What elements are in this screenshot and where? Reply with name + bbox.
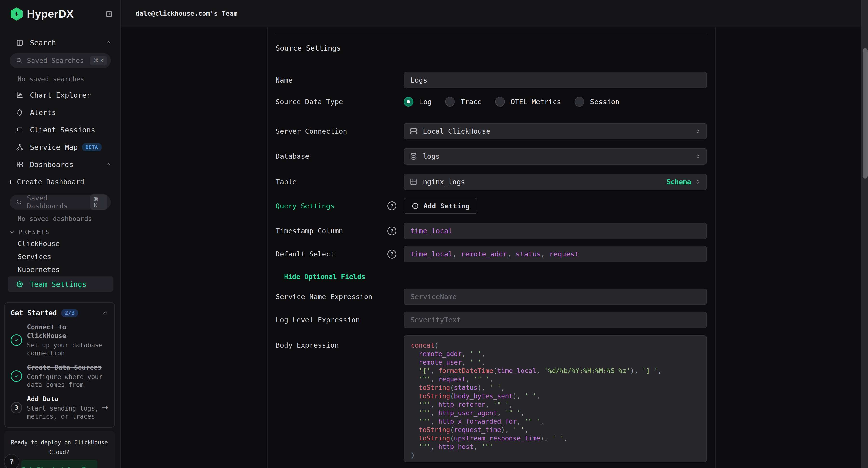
- sidebar-item-chart-explorer[interactable]: Chart Explorer: [0, 89, 120, 101]
- database-label: Database: [276, 152, 309, 160]
- search-icon: [16, 199, 23, 206]
- radio-icon[interactable]: [495, 97, 505, 107]
- code-line: '"', request, '" ',: [411, 375, 700, 383]
- get-started-step-2[interactable]: Create Data Sources Configure where your…: [10, 363, 108, 389]
- database-value: logs: [423, 152, 440, 160]
- code-line: '"', http_x_forwarded_for, '" ',: [411, 417, 700, 426]
- database-select[interactable]: logs: [404, 148, 707, 165]
- server-icon: [409, 127, 417, 135]
- sidebar-item-search[interactable]: Search: [0, 37, 120, 49]
- create-dashboard-button[interactable]: Create Dashboard: [0, 176, 120, 188]
- chevron-down-icon: [9, 229, 15, 235]
- page-title: Source Settings: [276, 43, 707, 53]
- code-token: ,: [507, 250, 516, 258]
- saved-searches-input[interactable]: Saved Searches ⌘ K: [10, 53, 111, 68]
- radio-option-log[interactable]: Log: [404, 97, 432, 107]
- table-value: nginx_logs: [423, 178, 465, 186]
- preset-item-services[interactable]: Services: [0, 252, 120, 262]
- code-line: toString(status), ' ',: [411, 383, 700, 392]
- sidebar-item-dashboards[interactable]: Dashboards: [0, 158, 120, 171]
- help-circle-icon[interactable]: ?: [388, 201, 396, 210]
- body-expression-label: Body Expression: [276, 341, 339, 349]
- default-select-input[interactable]: time_local, remote_addr, status, request: [404, 246, 707, 262]
- topology-icon: [16, 143, 24, 151]
- sidebar-item-label: Service Map: [30, 143, 78, 151]
- sidebar-item-service-map[interactable]: Service Map BETA: [0, 141, 120, 153]
- sidebar-item-label: Search: [30, 38, 56, 47]
- code-token: ,: [453, 250, 461, 258]
- arrow-right-icon[interactable]: →: [101, 403, 108, 412]
- presets-label: PRESETS: [19, 229, 50, 235]
- code-token: request: [549, 250, 579, 258]
- default-select-row: Default Select ? time_local, remote_addr…: [276, 246, 707, 262]
- table-row: Table nginx_logs Schema: [276, 174, 707, 190]
- code-line: toString(upstream_response_time), ' ',: [411, 434, 700, 442]
- sidebar-item-alerts[interactable]: Alerts: [0, 107, 120, 118]
- chevron-up-icon[interactable]: [105, 162, 112, 168]
- search-icon: [16, 57, 23, 64]
- radio-icon[interactable]: [575, 97, 584, 107]
- step-description: Set up your database connection: [27, 341, 108, 357]
- radio-option-session[interactable]: Session: [575, 97, 619, 107]
- hide-optional-fields-link[interactable]: Hide Optional Fields: [284, 273, 365, 281]
- radio-option-trace[interactable]: Trace: [445, 97, 482, 107]
- database-row: Database logs: [276, 148, 707, 165]
- preset-item-kubernetes[interactable]: Kubernetes: [0, 265, 120, 274]
- sidebar-item-team-settings[interactable]: Team Settings: [8, 276, 113, 292]
- radio-option-otel-metrics[interactable]: OTEL Metrics: [495, 97, 561, 107]
- log-level-expression-input[interactable]: [404, 312, 707, 328]
- scrollbar-thumb[interactable]: [863, 48, 868, 178]
- query-settings-row: Query Settings ? Add Setting: [276, 198, 707, 214]
- get-started-free-button[interactable]: Get Started for Free: [21, 460, 97, 468]
- section-divider: [276, 34, 707, 34]
- code-token: time_local: [410, 250, 453, 258]
- get-started-step-1[interactable]: Connect to ClickHouse Set up your databa…: [10, 323, 108, 357]
- code-line: toString(body_bytes_sent), ' ',: [411, 392, 700, 400]
- server-connection-select[interactable]: Local ClickHouse: [404, 123, 707, 140]
- timestamp-column-input[interactable]: time_local: [404, 223, 707, 239]
- get-started-card: Get Started 2/3 Connect to ClickHouse Se…: [4, 302, 115, 428]
- name-input[interactable]: [404, 72, 707, 88]
- preset-item-clickhouse[interactable]: ClickHouse: [0, 239, 120, 248]
- default-select-label: Default Select: [276, 250, 334, 258]
- app-title: HyperDX: [27, 8, 74, 20]
- saved-dashboards-placeholder: Saved Dashboards: [27, 194, 90, 210]
- help-circle-icon[interactable]: ?: [388, 227, 396, 235]
- table-select[interactable]: nginx_logs Schema: [404, 174, 707, 190]
- radio-selected-icon[interactable]: [404, 97, 413, 107]
- table-icon: [409, 178, 417, 186]
- chevron-up-icon[interactable]: [102, 310, 108, 316]
- radio-icon[interactable]: [445, 97, 455, 107]
- get-started-header[interactable]: Get Started 2/3: [10, 309, 108, 317]
- help-button[interactable]: ?: [4, 454, 19, 468]
- sidebar-item-client-sessions[interactable]: Client Sessions: [0, 124, 120, 136]
- help-circle-icon[interactable]: ?: [388, 250, 396, 259]
- database-icon: [409, 152, 417, 160]
- logo-row: HyperDX: [0, 0, 120, 21]
- add-setting-button[interactable]: Add Setting: [404, 198, 477, 214]
- body-expression-editor[interactable]: concat( remote_addr, ' ', remote_user, '…: [404, 335, 707, 462]
- step-description: Start sending logs, metrics, or traces: [27, 405, 108, 420]
- radio-label: Log: [419, 98, 432, 106]
- radio-label: OTEL Metrics: [511, 98, 561, 106]
- service-name-expression-label: Service Name Expression: [276, 293, 373, 301]
- service-name-expression-input[interactable]: [404, 289, 707, 305]
- name-row: Name: [276, 72, 707, 88]
- source-data-type-label: Source Data Type: [276, 98, 343, 106]
- log-level-expression-row: Log Level Expression: [276, 312, 707, 328]
- no-saved-dashboards-text: No saved dashboards: [18, 215, 120, 223]
- chevron-updown-icon: [694, 128, 701, 135]
- cloud-card-text: Ready to deploy on ClickHouse Cloud?: [10, 438, 109, 457]
- code-token: time_local: [410, 227, 453, 235]
- bell-icon: [16, 109, 24, 116]
- plus-icon: [7, 179, 13, 185]
- get-started-step-3[interactable]: 3 Add Data Start sending logs, metrics, …: [10, 394, 108, 420]
- scrollbar-track[interactable]: [862, 0, 868, 468]
- schema-button[interactable]: Schema: [667, 178, 691, 186]
- sidebar-collapse-icon[interactable]: [105, 10, 113, 18]
- chart-icon: [16, 91, 24, 99]
- chevron-up-icon[interactable]: [105, 39, 112, 46]
- presets-toggle[interactable]: PRESETS: [9, 229, 120, 235]
- saved-dashboards-input[interactable]: Saved Dashboards ⌘ K: [10, 195, 111, 210]
- sidebar: HyperDX Search Saved Searches ⌘ K No sav…: [0, 0, 121, 468]
